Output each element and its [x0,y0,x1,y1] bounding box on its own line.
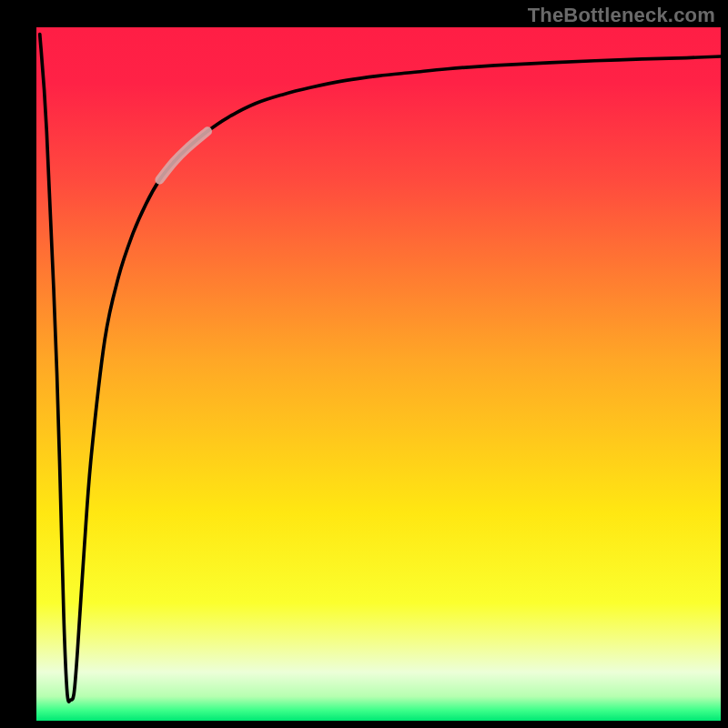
plot-background [36,27,721,721]
chart-frame: TheBottleneck.com [0,0,728,728]
chart-svg [0,0,728,728]
